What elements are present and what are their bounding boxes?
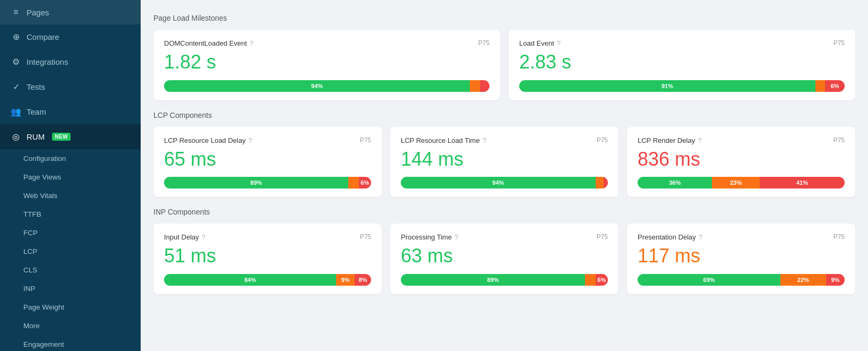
tests-icon: ✓ xyxy=(11,82,21,92)
sidebar: ≡Pages⊕Compare⚙Integrations✓Tests👥Team◎R… xyxy=(0,0,141,351)
team-icon: 👥 xyxy=(11,107,21,117)
sidebar-sub-lcp[interactable]: LCP xyxy=(0,242,141,261)
integrations-icon: ⚙ xyxy=(11,57,21,67)
help-icon[interactable]: ? xyxy=(557,39,561,47)
card-p-label: P75 xyxy=(597,136,608,144)
card-value: 65 ms xyxy=(164,149,371,170)
progress-segment-orange xyxy=(815,80,825,92)
help-icon[interactable]: ? xyxy=(483,136,486,144)
sidebar-item-rum[interactable]: ◎RUMNEW xyxy=(0,124,141,149)
sidebar-sub-page-views[interactable]: Page Views xyxy=(0,168,141,186)
sidebar-sub-fcp[interactable]: FCP xyxy=(0,224,141,242)
progress-segment-orange xyxy=(470,80,479,92)
progress-segment-orange xyxy=(585,274,596,286)
metric-card: Presentation Delay ? P75 117 ms 69%22%9% xyxy=(627,224,855,294)
progress-segment-red: 41% xyxy=(760,177,845,189)
progress-segment-orange: 22% xyxy=(780,274,826,286)
sidebar-item-tests[interactable]: ✓Tests xyxy=(0,74,141,99)
card-header: LCP Render Delay ? P75 xyxy=(638,136,845,144)
sidebar-sub-page-weight[interactable]: Page Weight xyxy=(0,298,141,316)
progress-segment-orange: 9% xyxy=(336,274,355,286)
sub-label: Web Vitals xyxy=(23,192,57,200)
sidebar-sub-ttfb[interactable]: TTFB xyxy=(0,205,141,224)
progress-segment-red xyxy=(604,177,608,189)
progress-segment-orange: 23% xyxy=(712,177,760,189)
card-label: Processing Time ? xyxy=(401,233,458,241)
card-value: 2.83 s xyxy=(519,52,845,73)
progress-bar: 89%6% xyxy=(401,274,608,286)
progress-segment-red xyxy=(480,80,489,92)
lcp-cards: LCP Resource Load Delay ? P75 65 ms 89%6… xyxy=(153,127,855,198)
card-header: Presentation Delay ? P75 xyxy=(638,233,845,241)
progress-bar: 89%6% xyxy=(164,177,371,189)
card-p-label: P75 xyxy=(360,136,371,144)
section-page-load-title: Page Load Milestones xyxy=(153,14,855,22)
progress-segment-orange xyxy=(348,177,359,189)
help-icon[interactable]: ? xyxy=(250,39,253,47)
sidebar-sub-more[interactable]: More xyxy=(0,316,141,335)
card-p-label: P75 xyxy=(478,39,489,47)
metric-card: LCP Render Delay ? P75 836 ms 36%23%41% xyxy=(627,127,855,198)
sub-label: Engagement xyxy=(23,340,64,348)
sidebar-item-team[interactable]: 👥Team xyxy=(0,99,141,124)
inp-cards: Input Delay ? P75 51 ms 84%9%8% Processi… xyxy=(153,224,855,294)
progress-segment-red: 6% xyxy=(825,80,845,92)
nav-label: Team xyxy=(27,107,46,116)
metric-card: DOMContentLoaded Event ? P75 1.82 s 94% xyxy=(153,30,500,100)
metric-card: Input Delay ? P75 51 ms 84%9%8% xyxy=(153,224,382,294)
progress-bar: 91%6% xyxy=(519,80,845,92)
pages-icon: ≡ xyxy=(11,7,21,17)
sidebar-sub-engagement[interactable]: Engagement xyxy=(0,335,141,351)
progress-segment-green: 69% xyxy=(638,274,780,286)
sidebar-item-compare[interactable]: ⊕Compare xyxy=(0,24,141,49)
card-label: LCP Resource Load Delay ? xyxy=(164,136,252,144)
progress-segment-red: 6% xyxy=(596,274,608,286)
sidebar-sub-web-vitals[interactable]: Web Vitals xyxy=(0,186,141,205)
progress-segment-green: 89% xyxy=(401,274,585,286)
nav-label: RUM xyxy=(27,132,45,141)
help-icon[interactable]: ? xyxy=(699,233,702,241)
progress-bar: 69%22%9% xyxy=(638,274,845,286)
card-header: LCP Resource Load Delay ? P75 xyxy=(164,136,371,144)
help-icon[interactable]: ? xyxy=(248,136,252,144)
sidebar-sub-inp[interactable]: INP xyxy=(0,279,141,298)
progress-segment-red: 6% xyxy=(359,177,371,189)
sidebar-item-integrations[interactable]: ⚙Integrations xyxy=(0,49,141,74)
sub-label: More xyxy=(23,322,40,330)
help-icon[interactable]: ? xyxy=(698,136,701,144)
progress-segment-orange xyxy=(596,177,604,189)
card-p-label: P75 xyxy=(360,233,371,241)
sub-label: CLS xyxy=(23,266,37,274)
section-lcp-title: LCP Components xyxy=(153,111,855,119)
card-value: 117 ms xyxy=(638,245,845,267)
metric-card: Load Event ? P75 2.83 s 91%6% xyxy=(509,30,855,100)
sidebar-item-pages[interactable]: ≡Pages xyxy=(0,0,141,24)
sidebar-sub-cls[interactable]: CLS xyxy=(0,261,141,279)
card-p-label: P75 xyxy=(833,233,845,241)
card-header: Load Event ? P75 xyxy=(519,39,845,47)
card-header: DOMContentLoaded Event ? P75 xyxy=(164,39,489,47)
section-inp-title: INP Components xyxy=(153,208,855,216)
card-value: 51 ms xyxy=(164,245,371,267)
sub-label: Page Views xyxy=(23,173,61,181)
card-header: LCP Resource Load Time ? P75 xyxy=(401,136,608,144)
help-icon[interactable]: ? xyxy=(454,233,458,241)
sub-label: Configuration xyxy=(23,155,66,162)
nav-label: Compare xyxy=(27,32,59,41)
metric-card: LCP Resource Load Delay ? P75 65 ms 89%6… xyxy=(153,127,382,198)
sub-label: Page Weight xyxy=(23,303,64,311)
card-value: 144 ms xyxy=(401,149,608,170)
progress-segment-red: 9% xyxy=(826,274,845,286)
page-load-cards: DOMContentLoaded Event ? P75 1.82 s 94% … xyxy=(153,30,855,100)
sidebar-sub-configuration[interactable]: Configuration xyxy=(0,149,141,168)
progress-bar: 84%9%8% xyxy=(164,274,371,286)
card-label: Presentation Delay ? xyxy=(638,233,702,241)
compare-icon: ⊕ xyxy=(11,32,21,42)
card-value: 63 ms xyxy=(401,245,608,267)
help-icon[interactable]: ? xyxy=(202,233,205,241)
sub-label: FCP xyxy=(23,229,38,237)
progress-segment-green: 91% xyxy=(519,80,815,92)
card-value: 836 ms xyxy=(638,149,845,170)
nav-label: Pages xyxy=(27,8,49,17)
progress-segment-green: 84% xyxy=(164,274,336,286)
